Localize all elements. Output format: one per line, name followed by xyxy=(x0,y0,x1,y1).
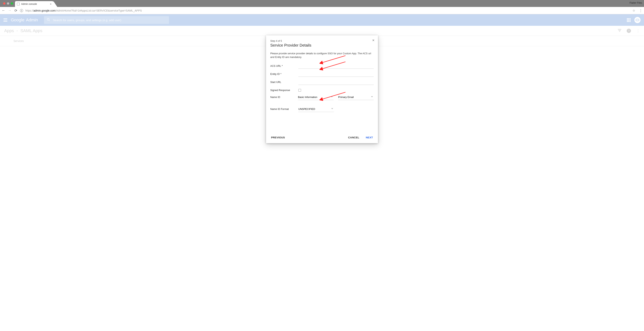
brand: Google Admin xyxy=(11,18,38,23)
acs-url-input[interactable] xyxy=(298,63,374,69)
url-display[interactable]: https://admin.google.com/AdminHome?fral=… xyxy=(26,9,630,12)
window-controls xyxy=(1,0,15,7)
previous-button[interactable]: PREVIOUS xyxy=(270,135,286,140)
browser-tab[interactable]: Admin console × xyxy=(15,1,54,7)
modal-description: Please provide service provider details … xyxy=(270,52,374,59)
nav-reload-icon[interactable]: ⟳ xyxy=(14,9,18,13)
breadcrumb-saml[interactable]: SAML Apps xyxy=(20,28,42,33)
nav-forward-icon[interactable]: → xyxy=(8,9,12,13)
chevron-down-icon xyxy=(331,108,333,109)
chevron-down-icon xyxy=(371,96,373,97)
filter-icon[interactable] xyxy=(618,29,621,33)
name-id-attr-value: Primary Email xyxy=(338,96,354,99)
next-button[interactable]: NEXT xyxy=(365,135,374,140)
entity-id-label: Entity ID * xyxy=(270,73,298,76)
name-id-format-value: UNSPECIFIED xyxy=(298,108,315,111)
svg-rect-6 xyxy=(619,31,620,32)
svg-point-0 xyxy=(47,18,50,21)
window-close-dot[interactable] xyxy=(3,2,6,5)
service-provider-modal: × Step 4 of 5 Service Provider Details P… xyxy=(266,36,378,143)
apps-grid-icon[interactable] xyxy=(627,18,630,22)
chevron-right-icon: › xyxy=(16,29,18,33)
name-id-label: Name ID xyxy=(270,96,298,99)
signed-response-label: Signed Response xyxy=(270,89,298,92)
cancel-button[interactable]: CANCEL xyxy=(348,135,360,140)
services-label: Services xyxy=(14,40,24,43)
modal-overlay: × Step 4 of 5 Service Provider Details P… xyxy=(0,0,644,331)
window-min-dot[interactable] xyxy=(7,2,9,5)
brand-google: Google xyxy=(11,18,24,23)
name-id-source-value: Basic Information xyxy=(298,96,317,99)
modal-form: ACS URL * Entity ID * Start URL Signed R… xyxy=(270,63,374,113)
address-bar: ← → ⟳ i https://admin.google.com/AdminHo… xyxy=(0,7,644,14)
search-input[interactable] xyxy=(53,19,166,22)
svg-rect-4 xyxy=(618,29,621,30)
start-url-label: Start URL xyxy=(270,81,298,84)
url-path: /AdminHome?fral=1#AppsList:ca=SERVICE&se… xyxy=(55,9,142,12)
tab-tail xyxy=(54,1,57,7)
tab-close-icon[interactable]: × xyxy=(50,3,52,6)
modal-title: Service Provider Details xyxy=(270,43,374,48)
tab-title: Admin console xyxy=(21,3,37,6)
overflow-menu-icon[interactable]: ⋮ xyxy=(636,29,640,33)
start-url-input[interactable] xyxy=(298,80,374,85)
favicon-icon xyxy=(17,3,20,6)
url-host: admin.google.com xyxy=(34,9,55,12)
site-info-icon[interactable]: i xyxy=(20,9,23,12)
avatar[interactable] xyxy=(634,17,640,23)
name-id-format-select[interactable]: UNSPECIFIED xyxy=(298,106,334,112)
close-icon[interactable]: × xyxy=(372,38,374,43)
header-right xyxy=(627,17,640,23)
acs-url-label: ACS URL * xyxy=(270,65,298,67)
browser-menu-icon[interactable]: ⋮ xyxy=(639,9,642,13)
step-indicator: Step 4 of 5 xyxy=(270,40,374,42)
svg-rect-5 xyxy=(618,30,621,31)
brand-admin: Admin xyxy=(26,18,38,23)
app-header: Google Admin xyxy=(0,14,644,26)
nav-back-icon[interactable]: ← xyxy=(2,9,6,13)
modal-actions: PREVIOUS CANCEL NEXT xyxy=(270,133,374,140)
name-id-attr-select[interactable]: Primary Email xyxy=(338,94,374,100)
breadcrumb-row: Apps › SAML Apps ? ⋮ xyxy=(0,26,644,36)
name-id-format-label: Name ID Format xyxy=(270,108,298,111)
entity-id-input[interactable] xyxy=(298,71,374,77)
svg-line-1 xyxy=(49,20,50,21)
browser-chrome: Admin console × Flatter Files ← → ⟳ i ht… xyxy=(0,0,644,14)
breadcrumb-apps[interactable]: Apps xyxy=(4,28,14,33)
app-menu-label: Flatter Files xyxy=(630,2,642,4)
chevron-down-icon xyxy=(331,96,333,97)
help-icon[interactable]: ? xyxy=(627,29,631,33)
signed-response-checkbox[interactable] xyxy=(298,89,301,92)
url-proto: https:// xyxy=(26,9,34,12)
window-max-dot[interactable] xyxy=(11,2,13,5)
bookmark-star-icon[interactable]: ☆ xyxy=(632,9,635,12)
name-id-source-select[interactable]: Basic Information xyxy=(298,94,334,100)
hamburger-icon[interactable] xyxy=(4,19,7,22)
tab-strip: Admin console × Flatter Files xyxy=(0,0,644,7)
search-box[interactable] xyxy=(44,16,169,24)
breadcrumb-actions: ? ⋮ xyxy=(618,29,640,33)
search-icon xyxy=(47,18,50,22)
